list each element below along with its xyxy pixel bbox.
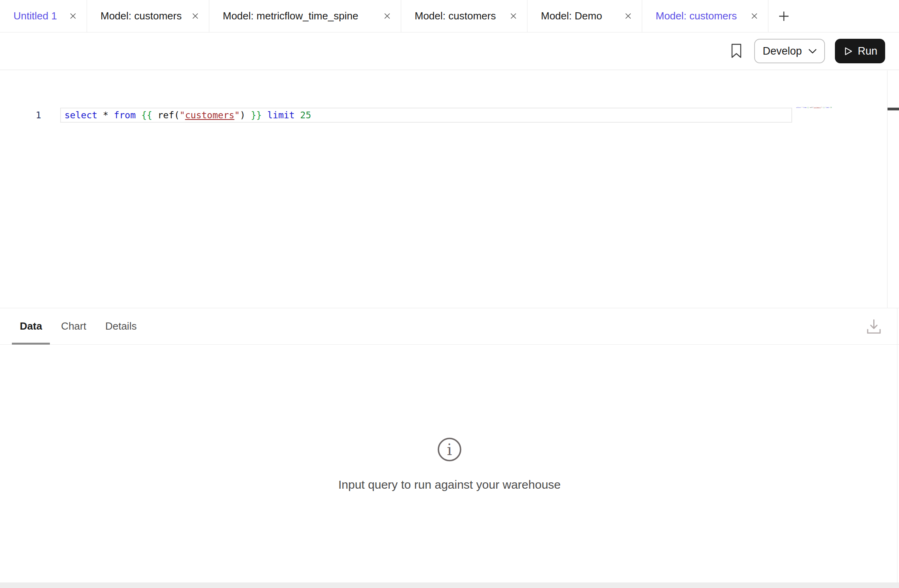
close-icon[interactable] — [624, 12, 632, 20]
run-label: Run — [858, 45, 878, 57]
code-line[interactable]: select * from {{ ref("customers") }} lim… — [64, 108, 311, 123]
bottom-scrollbar-track[interactable] — [0, 582, 899, 588]
code-token: limit — [267, 110, 294, 120]
tab-model-customers-1[interactable]: Model: customers — [87, 0, 209, 32]
develop-button[interactable]: Develop — [754, 39, 825, 63]
bookmark-icon — [730, 43, 742, 59]
tab-data-label: Data — [20, 320, 42, 332]
tab-model-customers-3[interactable]: Model: customers — [642, 0, 768, 32]
tab-label: Model: Demo — [541, 10, 602, 22]
tab-model-demo[interactable]: Model: Demo — [527, 0, 642, 32]
tab-label: Model: customers — [415, 10, 496, 22]
results-empty-state: i Input query to run against your wareho… — [0, 437, 899, 491]
code-token — [136, 110, 141, 120]
minimap-code-line: select * from {{ ref("customers") }} lim… — [796, 107, 836, 108]
toolbar: Develop Run — [0, 32, 899, 70]
bookmark-button[interactable] — [730, 43, 742, 59]
code-token: * — [97, 110, 114, 120]
results-tab-bar: Data Chart Details — [0, 308, 899, 345]
code-token: from — [114, 110, 136, 120]
code-token: select — [64, 110, 97, 120]
empty-state-message: Input query to run against your warehous… — [0, 478, 899, 491]
tab-untitled-1[interactable]: Untitled 1 — [0, 0, 87, 32]
sql-code-editor[interactable]: 1 select * from {{ ref("customers") }} l… — [0, 70, 899, 308]
tab-label: Model: customers — [656, 10, 737, 22]
line-number: 1 — [23, 108, 41, 123]
chevron-down-icon — [808, 49, 817, 54]
add-tab-button[interactable] — [768, 0, 799, 32]
tab-data[interactable]: Data — [20, 308, 42, 344]
tab-chart-label: Chart — [61, 320, 86, 332]
tab-details-label: Details — [105, 320, 137, 332]
close-icon[interactable] — [509, 12, 518, 20]
tab-chart[interactable]: Chart — [61, 308, 86, 344]
editor-tab-bar: Untitled 1 Model: customers Model: metri… — [0, 0, 899, 32]
editor-minimap: select * from {{ ref("customers") }} lim… — [796, 107, 840, 111]
editor-scrollbar-track — [887, 70, 899, 308]
download-icon — [865, 317, 883, 336]
tab-label: Untitled 1 — [13, 10, 57, 22]
code-token-ref-link[interactable]: customers — [185, 110, 235, 120]
svg-text:i: i — [447, 440, 452, 459]
code-token — [295, 110, 300, 120]
code-token: ref( — [152, 110, 180, 120]
plus-icon — [778, 10, 790, 22]
editor-scrollbar-thumb[interactable] — [888, 108, 899, 110]
tab-label: Model: customers — [101, 10, 182, 22]
info-icon: i — [437, 437, 462, 462]
code-token: ) — [240, 110, 251, 120]
download-button[interactable] — [865, 317, 883, 336]
code-token: " — [180, 110, 185, 120]
close-icon[interactable] — [383, 12, 391, 20]
tab-model-metricflow-time-spine[interactable]: Model: metricflow_time_spine — [209, 0, 401, 32]
results-panel: Data Chart Details i Input query to run … — [0, 308, 899, 588]
close-icon[interactable] — [191, 12, 199, 20]
close-icon[interactable] — [750, 12, 759, 20]
code-token — [262, 110, 267, 120]
results-right-divider — [897, 308, 897, 588]
tab-details[interactable]: Details — [105, 308, 137, 344]
play-icon — [843, 46, 853, 56]
run-button[interactable]: Run — [835, 39, 885, 63]
close-icon[interactable] — [69, 12, 77, 20]
code-token: " — [234, 110, 240, 120]
tab-label: Model: metricflow_time_spine — [223, 10, 358, 22]
develop-label: Develop — [762, 45, 802, 57]
tab-model-customers-2[interactable]: Model: customers — [401, 0, 527, 32]
code-token: {{ — [141, 110, 152, 120]
code-token: 25 — [300, 110, 311, 120]
code-token: }} — [251, 110, 262, 120]
